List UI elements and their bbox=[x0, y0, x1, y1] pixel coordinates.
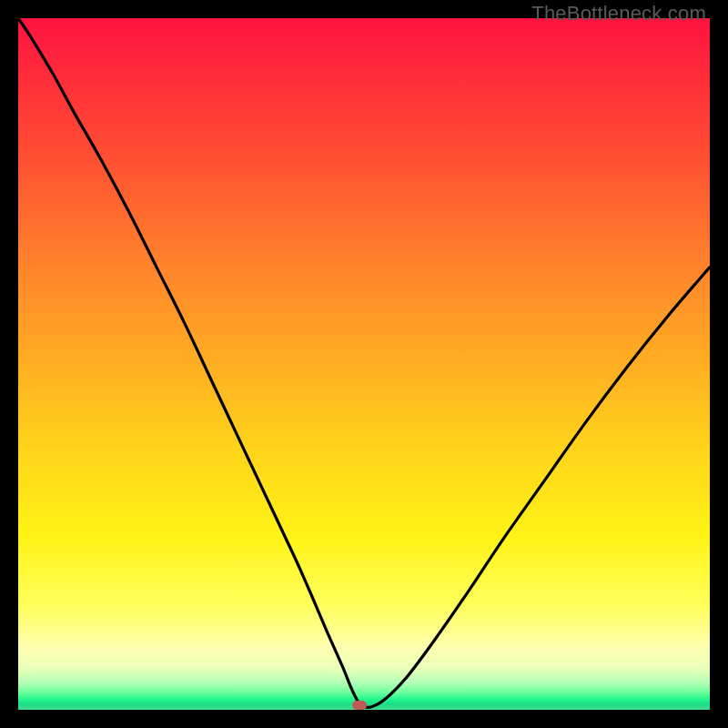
minimum-marker bbox=[352, 701, 367, 710]
curve-path bbox=[18, 18, 710, 708]
bottleneck-curve bbox=[18, 18, 710, 710]
watermark-text: TheBottleneck.com bbox=[531, 2, 706, 25]
chart-plot-area bbox=[18, 18, 710, 710]
